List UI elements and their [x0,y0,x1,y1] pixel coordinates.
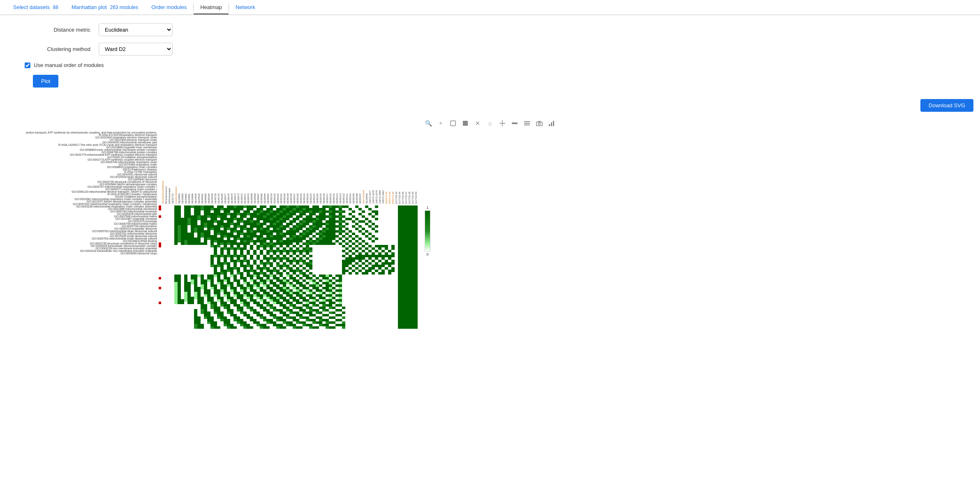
heatmap-cell[interactable] [375,326,378,329]
heatmap-cell[interactable] [174,326,178,329]
heatmap-cell[interactable] [233,326,237,329]
nav-heatmap[interactable]: Heatmap [194,1,229,14]
heatmap-cell[interactable] [243,326,247,329]
heatmap-cell[interactable] [355,326,358,329]
col-header: GEO-GSE17722:49 [411,132,414,204]
zoom-icon[interactable]: 🔍 [423,118,433,128]
heatmap-cell[interactable] [214,326,217,329]
nav-manhattan-plot[interactable]: Manhattan plot 263 modules [65,1,145,14]
heatmap-cell[interactable] [404,326,408,329]
heatmap-cell[interactable] [210,326,214,329]
heatmap-cell[interactable] [362,326,365,329]
heatmap-cell[interactable] [187,326,191,329]
heatmap-cell[interactable] [408,326,411,329]
heatmap-cell[interactable] [220,326,224,329]
heatmap-cell[interactable] [201,326,204,329]
heatmap-cell[interactable] [280,326,283,329]
nav-select-datasets[interactable]: Select datasets 88 [7,1,65,14]
home-icon[interactable]: ⌂ [485,118,495,128]
barchart-icon[interactable] [547,118,557,128]
heatmap-cell[interactable] [385,326,388,329]
heatmap-cell[interactable] [253,326,257,329]
heatmap-cell[interactable] [391,326,395,329]
heatmap-cell[interactable] [335,326,339,329]
heatmap-cell[interactable] [289,326,293,329]
spike-lines-icon[interactable] [497,118,507,128]
nav-order-modules[interactable]: Order modules [145,1,193,14]
heatmap-cell[interactable] [164,326,168,329]
plus-icon[interactable]: ＋ [436,118,446,128]
heatmap-cell[interactable] [342,326,345,329]
heatmap-cell[interactable] [286,326,289,329]
heatmap-cell[interactable] [227,326,230,329]
heatmap-cell[interactable] [339,326,342,329]
distance-metric-select[interactable]: Euclidean Pearson Spearman [99,23,173,36]
clustering-method-select[interactable]: Ward D2 Complete Average Single [99,43,173,55]
compare-icon[interactable] [522,118,532,128]
heatmap-cell[interactable] [388,326,391,329]
heatmap-cell[interactable] [352,326,355,329]
heatmap-cell[interactable] [411,326,414,329]
heatmap-cell[interactable] [191,326,194,329]
filled-box-icon[interactable] [460,118,470,128]
heatmap-cell[interactable] [358,326,362,329]
plot-button[interactable]: Plot [33,75,58,88]
heatmap-cell[interactable] [283,326,286,329]
heatmap-cell[interactable] [378,326,381,329]
heatmap-cell[interactable] [332,326,335,329]
heatmap-cell[interactable] [368,326,372,329]
heatmap-cell[interactable] [372,326,375,329]
heatmap-cell[interactable] [401,326,404,329]
heatmap-cell[interactable] [273,326,276,329]
hover-single-icon[interactable] [510,118,520,128]
heatmap-cell[interactable] [178,326,181,329]
heatmap-cell[interactable] [266,326,270,329]
heatmap-cell[interactable] [312,326,316,329]
heatmap-cell[interactable] [276,326,280,329]
heatmap-cell[interactable] [260,326,263,329]
heatmap-cell[interactable] [250,326,253,329]
heatmap-cell[interactable] [263,326,266,329]
heatmap-cell[interactable] [381,326,385,329]
heatmap-cell[interactable] [322,326,326,329]
heatmap-cell[interactable] [207,326,210,329]
box-select-icon[interactable] [448,118,458,128]
heatmap-cell[interactable] [247,326,250,329]
heatmap-cell[interactable] [168,326,171,329]
heatmap-cell[interactable] [257,326,260,329]
camera-icon[interactable] [534,118,544,128]
heatmap-cell[interactable] [230,326,233,329]
heatmap-cell[interactable] [345,326,349,329]
heatmap-cell[interactable] [329,326,332,329]
heatmap-cell[interactable] [395,326,398,329]
heatmap-cell[interactable] [204,326,207,329]
heatmap-cell[interactable] [398,326,401,329]
heatmap-cell[interactable] [237,326,240,329]
heatmap-cell[interactable] [171,326,174,329]
heatmap-cell[interactable] [184,326,187,329]
heatmap-cell[interactable] [161,326,164,329]
heatmap-cell[interactable] [194,326,197,329]
heatmap-cell[interactable] [293,326,296,329]
heatmap-cell[interactable] [299,326,303,329]
manual-order-checkbox[interactable] [25,62,30,68]
move-icon[interactable]: ✕ [473,118,483,128]
heatmap-cell[interactable] [270,326,273,329]
heatmap-cell[interactable] [319,326,322,329]
heatmap-cell[interactable] [303,326,306,329]
heatmap-cell[interactable] [365,326,368,329]
heatmap-cell[interactable] [224,326,227,329]
heatmap-cell[interactable] [181,326,184,329]
nav-network[interactable]: Network [229,1,262,14]
heatmap-cell[interactable] [316,326,319,329]
heatmap-cell[interactable] [326,326,329,329]
heatmap-cell[interactable] [197,326,201,329]
heatmap-cell[interactable] [240,326,243,329]
download-svg-button[interactable]: Download SVG [920,99,973,112]
heatmap-cell[interactable] [349,326,352,329]
heatmap-cell[interactable] [414,326,418,329]
heatmap-cell[interactable] [309,326,312,329]
heatmap-cell[interactable] [296,326,299,329]
heatmap-cell[interactable] [217,326,220,329]
heatmap-cell[interactable] [306,326,309,329]
